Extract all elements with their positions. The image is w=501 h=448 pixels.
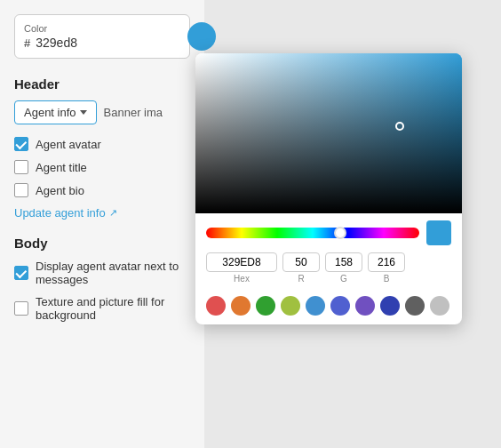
checkbox-agent-avatar-label: Agent avatar xyxy=(36,138,101,151)
chevron-down-icon xyxy=(80,110,87,115)
checkbox-agent-bio-label: Agent bio xyxy=(36,184,84,197)
swatch-red[interactable] xyxy=(206,296,226,316)
checkbox-texture-fill-label: Texture and picture fill for background xyxy=(36,295,190,322)
checkbox-agent-title[interactable]: Agent title xyxy=(14,160,190,174)
color-hash: # xyxy=(24,36,30,50)
swatch-orange[interactable] xyxy=(231,296,250,316)
checkbox-agent-avatar-box[interactable] xyxy=(14,137,28,151)
r-input[interactable]: 50 xyxy=(282,252,320,272)
checkbox-agent-title-label: Agent title xyxy=(36,161,87,174)
g-label: G xyxy=(340,274,347,284)
header-title: Header xyxy=(14,76,190,92)
tab-agent-info[interactable]: Agent info xyxy=(14,100,97,124)
checkbox-display-avatar-label: Display agent avatar next to messages xyxy=(36,260,190,286)
color-label: Color xyxy=(24,23,180,34)
color-input-area: Color # xyxy=(14,14,190,59)
swatch-blue[interactable] xyxy=(330,296,350,316)
tabs-row: Agent info Banner ima xyxy=(14,100,190,124)
checkbox-agent-avatar[interactable]: Agent avatar xyxy=(14,137,190,151)
b-input[interactable]: 216 xyxy=(368,252,405,272)
alpha-swatch xyxy=(426,220,451,245)
checkbox-display-avatar-box[interactable] xyxy=(14,266,28,280)
gradient-canvas[interactable] xyxy=(195,53,462,213)
g-input[interactable]: 158 xyxy=(325,252,362,272)
hue-slider-area xyxy=(195,213,462,249)
body-section: Body Display agent avatar next to messag… xyxy=(14,236,190,322)
gradient-vertical xyxy=(195,53,462,213)
hex-input-group: 329ED8 Hex xyxy=(206,252,277,284)
main-panel: Color # Header Agent info Banner ima Age… xyxy=(0,0,204,448)
swatch-light-blue[interactable] xyxy=(306,296,325,316)
swatch-light-gray[interactable] xyxy=(430,296,449,316)
hue-slider-track[interactable] xyxy=(206,228,419,238)
hex-label: Hex xyxy=(234,274,250,284)
b-label: B xyxy=(384,274,390,284)
swatch-gray[interactable] xyxy=(405,296,425,316)
hue-thumb[interactable] xyxy=(334,227,346,239)
external-link-icon: ↗ xyxy=(109,207,117,219)
color-hex-input[interactable] xyxy=(36,36,191,50)
swatch-dark-blue[interactable] xyxy=(380,296,400,316)
tab-banner-image[interactable]: Banner ima xyxy=(97,101,170,124)
g-input-group: 158 G xyxy=(325,252,362,284)
checkbox-display-avatar[interactable]: Display agent avatar next to messages xyxy=(14,260,190,286)
checkbox-agent-title-box[interactable] xyxy=(14,160,28,174)
hex-input[interactable]: 329ED8 xyxy=(206,252,277,272)
color-picker-popup: 329ED8 Hex 50 R 158 G 216 B xyxy=(195,53,462,324)
swatch-purple[interactable] xyxy=(355,296,375,316)
r-label: R xyxy=(298,274,304,284)
b-input-group: 216 B xyxy=(368,252,405,284)
checkbox-texture-fill[interactable]: Texture and picture fill for background xyxy=(14,295,190,322)
tab-agent-info-label: Agent info xyxy=(24,106,76,119)
checkbox-agent-bio-box[interactable] xyxy=(14,183,28,197)
color-input-wrapper: Color # xyxy=(24,23,180,50)
r-input-group: 50 R xyxy=(282,252,320,284)
update-agent-info-link[interactable]: Update agent info ↗ xyxy=(14,206,190,220)
swatch-lime[interactable] xyxy=(281,296,300,316)
color-inputs-row: 329ED8 Hex 50 R 158 G 216 B xyxy=(195,249,462,291)
checkbox-texture-fill-box[interactable] xyxy=(14,301,28,316)
checkbox-agent-bio[interactable]: Agent bio xyxy=(14,183,190,197)
swatches-row xyxy=(195,291,462,324)
swatch-green[interactable] xyxy=(256,296,275,316)
tab-banner-image-label: Banner ima xyxy=(104,106,163,119)
body-title: Body xyxy=(14,236,190,251)
update-agent-info-text: Update agent info xyxy=(14,206,106,220)
color-swatch-circle[interactable] xyxy=(187,22,216,51)
